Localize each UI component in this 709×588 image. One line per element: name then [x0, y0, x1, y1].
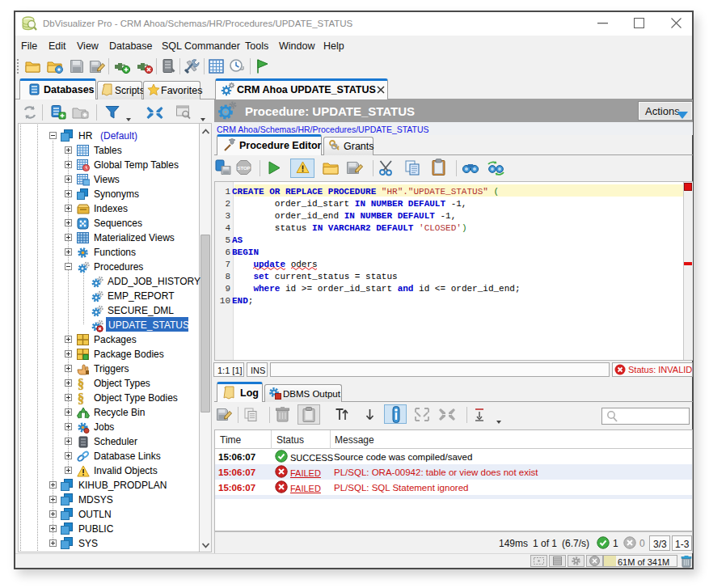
svg-text:STOP: STOP	[237, 166, 250, 171]
